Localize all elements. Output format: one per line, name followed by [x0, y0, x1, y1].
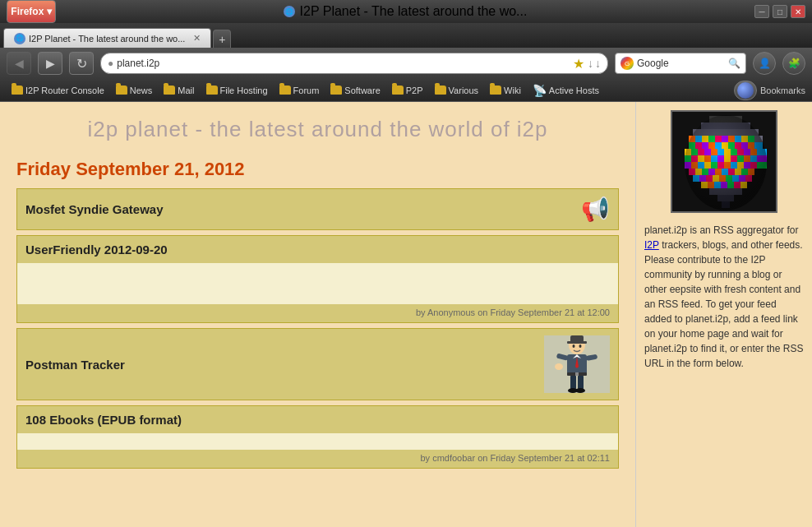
bookmark-software[interactable]: Software — [325, 84, 385, 97]
article-userfriendly: UserFriendly 2012-09-20 by Anonymous on … — [16, 235, 619, 323]
bookmark-active-hosts[interactable]: 📡 Active Hosts — [528, 82, 604, 99]
folder-icon — [392, 86, 404, 95]
bookmark-label: Wiki — [504, 86, 521, 95]
tab-close-icon[interactable]: ✕ — [193, 33, 201, 44]
bookmark-label: Forum — [293, 86, 320, 95]
bookmark-p2p[interactable]: P2P — [387, 84, 428, 97]
sidebar-description: planet.i2p is an RSS aggregator for I2P … — [644, 223, 804, 371]
content-area: i2p planet - the latest around the world… — [0, 102, 812, 527]
folder-icon — [206, 86, 218, 95]
svg-rect-11 — [578, 375, 584, 390]
addon-btn[interactable]: 🧩 — [782, 52, 805, 75]
megaphone-icon: 📢 — [581, 196, 610, 223]
bookmark-file-hosting[interactable]: File Hosting — [201, 84, 273, 97]
tab-bar: 🌐 I2P Planet - The latest around the wo.… — [0, 23, 812, 48]
article-mosfet: Mosfet Syndie Gateway 📢 — [16, 188, 619, 230]
bookmark-label: Various — [449, 86, 478, 95]
url-display: planet.i2p — [117, 58, 570, 69]
bookmark-wiki[interactable]: Wiki — [485, 84, 526, 97]
new-tab-btn[interactable]: + — [213, 30, 231, 48]
article-title[interactable]: Mosfet Syndie Gateway — [25, 202, 164, 216]
bookmark-star-icon[interactable]: ★ — [573, 56, 584, 72]
bookmarks-label: Bookmarks — [760, 86, 805, 95]
article-body — [17, 433, 618, 450]
tab-title: I2P Planet - The latest around the wo... — [29, 34, 185, 44]
article-header: UserFriendly 2012-09-20 — [17, 236, 618, 263]
main-panel: i2p planet - the latest around the world… — [0, 102, 635, 527]
bookmarks-right: Bookmarks — [734, 81, 805, 100]
globe-icon — [737, 82, 754, 99]
article-meta: by Anonymous on Friday September 21 at 1… — [17, 304, 618, 322]
svg-point-17 — [579, 344, 582, 348]
user-profile-btn[interactable]: 👤 — [753, 52, 776, 75]
close-btn[interactable]: ✕ — [791, 5, 805, 18]
back-btn[interactable]: ◀ — [7, 52, 31, 75]
svg-point-9 — [555, 363, 563, 370]
window-controls: ─ □ ✕ — [754, 5, 805, 18]
folder-icon — [435, 86, 446, 95]
sidebar-image — [671, 110, 777, 213]
forward-btn[interactable]: ▶ — [38, 52, 62, 75]
article-postman: Postman Tracker — [16, 328, 619, 400]
google-icon: G — [621, 57, 634, 70]
postman-figure — [544, 335, 610, 393]
bookmark-label: Software — [344, 86, 380, 95]
rss-icon: 📡 — [533, 84, 547, 97]
bookmark-various[interactable]: Various — [430, 84, 483, 97]
bookmark-news[interactable]: News — [111, 84, 158, 97]
folder-icon — [116, 86, 127, 95]
folder-icon — [164, 86, 175, 95]
url-input-wrap[interactable]: ● planet.i2p ★ ↓ ↓ — [100, 53, 608, 74]
article-header: 108 Ebooks (EPUB format) — [17, 406, 618, 433]
article-title[interactable]: 108 Ebooks (EPUB format) — [25, 413, 182, 427]
article-title[interactable]: UserFriendly 2012-09-20 — [25, 243, 168, 257]
bookmark-i2p-router[interactable]: I2P Router Console — [7, 84, 109, 97]
bookmark-label: Active Hosts — [549, 86, 599, 95]
article-header: Mosfet Syndie Gateway 📢 — [17, 189, 618, 229]
search-bar[interactable]: G Google 🔍 — [615, 53, 746, 74]
date-heading: Friday September 21, 2012 — [0, 152, 635, 188]
bookmark-mail[interactable]: Mail — [159, 84, 199, 97]
window-title: I2P Planet - The latest around the wo... — [300, 4, 528, 19]
bookmark-label: I2P Router Console — [25, 86, 104, 95]
search-input[interactable]: Google — [637, 58, 725, 69]
folder-icon — [12, 86, 23, 95]
svg-point-13 — [575, 388, 585, 393]
url-bar: ◀ ▶ ↻ ● planet.i2p ★ ↓ ↓ G Google 🔍 👤 🧩 — [0, 48, 812, 79]
browser-tab-active[interactable]: 🌐 I2P Planet - The latest around the wo.… — [3, 28, 211, 48]
bookmarks-sidebar-btn[interactable] — [734, 81, 757, 100]
bookmark-forum[interactable]: Forum — [275, 84, 325, 97]
article-ebooks: 108 Ebooks (EPUB format) by cmdfoobar on… — [16, 405, 619, 469]
sidebar: planet.i2p is an RSS aggregator for I2P … — [635, 102, 812, 527]
bookmarks-bar: I2P Router Console News Mail File Hostin… — [0, 79, 812, 102]
article-meta: by cmdfoobar on Friday September 21 at 0… — [17, 450, 618, 468]
bookmark-label: Mail — [178, 86, 194, 95]
page-favicon: 🌐 — [284, 6, 295, 17]
folder-icon — [490, 86, 501, 95]
url-extra-icons: ↓ ↓ — [588, 57, 601, 70]
firefox-menu-btn[interactable]: Firefox ▾ — [7, 0, 56, 23]
maximize-btn[interactable]: □ — [773, 5, 787, 18]
title-center: 🌐 I2P Planet - The latest around the wo.… — [284, 4, 528, 19]
svg-rect-15 — [575, 372, 579, 376]
svg-rect-10 — [570, 375, 576, 390]
folder-icon — [330, 86, 342, 95]
postman-svg — [544, 335, 610, 393]
bookmark-label: News — [130, 86, 153, 95]
svg-point-16 — [573, 344, 575, 348]
reload-btn[interactable]: ↻ — [69, 52, 94, 75]
tab-favicon: 🌐 — [14, 33, 25, 44]
article-title[interactable]: Postman Tracker — [25, 358, 125, 372]
bookmark-label: File Hosting — [220, 86, 268, 95]
minimize-btn[interactable]: ─ — [754, 5, 769, 18]
search-submit-icon[interactable]: 🔍 — [728, 58, 740, 69]
svg-rect-3 — [570, 335, 584, 344]
url-lock-icon: ● — [108, 58, 113, 69]
title-bar-left: Firefox ▾ — [7, 0, 56, 23]
title-bar: Firefox ▾ 🌐 I2P Planet - The latest arou… — [0, 0, 812, 23]
site-title: i2p planet - the latest around the world… — [0, 102, 635, 152]
i2p-link[interactable]: I2P — [644, 239, 659, 251]
bookmark-label: P2P — [406, 86, 423, 95]
svg-point-109 — [685, 115, 767, 210]
article-body — [17, 263, 618, 304]
